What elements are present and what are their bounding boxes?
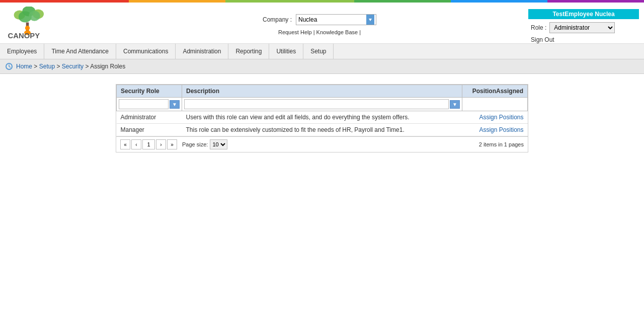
table-row: Manager This role can be extensively cus… <box>117 124 528 136</box>
breadcrumb-sep2: > <box>56 63 61 70</box>
breadcrumb-setup[interactable]: Setup <box>39 63 55 70</box>
nav-item-administration[interactable]: Administration <box>176 44 228 59</box>
items-info: 2 items in 1 pages <box>479 141 524 147</box>
breadcrumb-sep3: > <box>85 63 90 70</box>
filter-cell-pos <box>462 98 528 111</box>
nav-link-reporting[interactable]: Reporting <box>228 44 269 59</box>
nav-item-utilities[interactable]: Utilities <box>269 44 303 59</box>
table-filter-row: ▼ ▼ <box>117 98 528 111</box>
nav-link-utilities[interactable]: Utilities <box>269 44 303 59</box>
col-header-position: PositionAssigned <box>462 85 528 98</box>
logo-area: CANOPY <box>5 7 50 39</box>
svg-point-6 <box>25 26 30 30</box>
row-manager-desc: This role can be extensively customized … <box>182 124 462 136</box>
nav-link-administration[interactable]: Administration <box>176 44 228 59</box>
assign-positions-link-manager[interactable]: Assign Positions <box>479 126 523 133</box>
table-body: Administrator Users with this role can v… <box>117 111 528 136</box>
row-manager-role: Manager <box>117 124 182 136</box>
refresh-icon[interactable] <box>5 62 13 70</box>
pagination-controls-area: « ‹ 1 › » Page size: 10 <box>120 139 227 149</box>
knowledge-base-link[interactable]: Knowledge Base <box>316 29 358 35</box>
svg-text:CANOPY: CANOPY <box>8 32 40 39</box>
table-container: Security Role Description PositionAssign… <box>116 84 528 152</box>
breadcrumb-security[interactable]: Security <box>62 63 84 70</box>
company-row: Company : Nuclea <box>263 14 376 25</box>
nav-item-time[interactable]: Time And Attendance <box>44 44 116 59</box>
filter-role-wrapper: ▼ <box>119 99 180 109</box>
role-select[interactable]: Administrator <box>549 22 615 33</box>
row-administrator-role: Administrator <box>117 111 182 124</box>
company-label: Company : <box>263 16 292 23</box>
breadcrumb-text: Home > Setup > Security > Assign Roles <box>16 63 125 70</box>
breadcrumb-current: Assign Roles <box>90 63 125 70</box>
nav-item-communications[interactable]: Communications <box>116 44 176 59</box>
table-row: Administrator Users with this role can v… <box>117 111 528 124</box>
nav-link-communications[interactable]: Communications <box>116 44 176 59</box>
main-content: Security Role Description PositionAssign… <box>0 74 644 163</box>
table-header-row: Security Role Description PositionAssign… <box>117 85 528 98</box>
assign-positions-link-administrator[interactable]: Assign Positions <box>479 114 523 121</box>
nav-link-setup[interactable]: Setup <box>303 44 334 59</box>
svg-point-4 <box>29 11 40 21</box>
company-select[interactable]: Nuclea <box>296 14 376 25</box>
breadcrumb-home[interactable]: Home <box>16 63 32 70</box>
row-administrator-desc: Users with this role can view and edit a… <box>182 111 462 124</box>
filter-cell-role: ▼ <box>117 98 182 111</box>
pagination-bar: « ‹ 1 › » Page size: 10 2 items in 1 pag… <box>116 136 528 152</box>
filter-desc-input[interactable] <box>184 99 449 109</box>
page-size-label: Page size: <box>182 141 208 147</box>
request-help-link[interactable]: Request Help <box>278 29 312 35</box>
nav-item-employees[interactable]: Employees <box>0 44 44 59</box>
help-links: Request Help | Knowledge Base | <box>278 29 361 35</box>
nav-link-time[interactable]: Time And Attendance <box>44 44 116 59</box>
col-header-description: Description <box>182 85 462 98</box>
filter-role-input[interactable] <box>119 99 169 109</box>
row-administrator-position: Assign Positions <box>462 111 528 124</box>
filter-desc-wrapper: ▼ <box>184 99 460 109</box>
filter-role-button[interactable]: ▼ <box>170 100 180 109</box>
pagination-controls: « ‹ 1 › » <box>120 139 177 149</box>
nav-item-reporting[interactable]: Reporting <box>228 44 269 59</box>
role-row: Role : Administrator <box>528 22 615 33</box>
separator2: | <box>359 29 361 35</box>
security-roles-table: Security Role Description PositionAssign… <box>116 85 528 136</box>
page-number-input[interactable]: 1 <box>142 139 155 149</box>
header: CANOPY Company : Nuclea Request Help | K… <box>0 3 644 44</box>
nav-item-setup[interactable]: Setup <box>303 44 334 59</box>
user-section: TestEmployee Nuclea Role : Administrator… <box>528 7 639 43</box>
sign-out-link[interactable]: Sign Out <box>528 36 554 43</box>
next-page-button[interactable]: › <box>156 139 166 149</box>
page-size-select[interactable]: 10 <box>210 139 227 149</box>
user-badge: TestEmployee Nuclea <box>528 9 639 19</box>
filter-desc-button[interactable]: ▼ <box>450 100 460 109</box>
role-label: Role : <box>531 24 546 31</box>
company-section: Company : Nuclea Request Help | Knowledg… <box>111 7 528 35</box>
last-page-button[interactable]: » <box>167 139 177 149</box>
nav-list: Employees Time And Attendance Communicat… <box>0 44 644 59</box>
company-select-wrapper: Nuclea <box>296 14 376 25</box>
filter-cell-desc: ▼ <box>182 98 462 111</box>
first-page-button[interactable]: « <box>120 139 130 149</box>
canopy-logo: CANOPY <box>5 7 50 39</box>
col-header-role: Security Role <box>117 85 182 98</box>
prev-page-button[interactable]: ‹ <box>131 139 141 149</box>
breadcrumb-sep1: > <box>34 63 39 70</box>
row-manager-position: Assign Positions <box>462 124 528 136</box>
nav-link-employees[interactable]: Employees <box>0 44 44 59</box>
breadcrumb-bar: Home > Setup > Security > Assign Roles <box>0 59 644 74</box>
nav-bar: Employees Time And Attendance Communicat… <box>0 44 644 59</box>
